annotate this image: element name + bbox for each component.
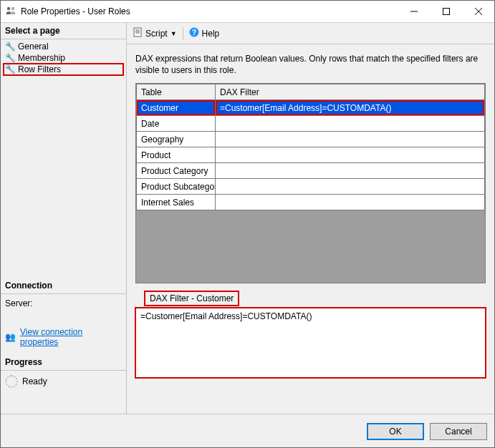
script-icon [133, 27, 143, 39]
col-dax[interactable]: DAX Filter [216, 84, 485, 100]
help-button[interactable]: ? Help [189, 27, 220, 39]
table-row[interactable]: Product Subcategory [137, 179, 485, 195]
help-icon: ? [189, 27, 199, 39]
svg-rect-3 [443, 9, 449, 15]
progress-status: Ready [22, 376, 47, 386]
cell-dax [216, 132, 485, 147]
table-row[interactable]: Product Category [137, 163, 485, 179]
script-label: Script [145, 29, 168, 39]
page-row-filters[interactable]: 🔧 Row Filters [4, 64, 123, 75]
script-button[interactable]: Script ▼ [133, 27, 177, 39]
cell-dax [216, 179, 485, 195]
main-panel: Script ▼ ? Help DAX expressions that ret… [127, 23, 494, 414]
dax-filter-value: =Customer[Email Address]=CUSTOMDATA() [140, 311, 312, 321]
toolbar: Script ▼ ? Help [127, 23, 494, 44]
cell-dax [216, 147, 485, 163]
grid-empty-area [136, 210, 485, 283]
select-page-head: Select a page [1, 23, 126, 39]
sidebar: Select a page 🔧 General 🔧 Membership 🔧 R… [1, 23, 127, 414]
maximize-button[interactable] [430, 1, 462, 22]
cell-dax [216, 195, 485, 210]
chevron-down-icon: ▼ [170, 30, 177, 37]
wrench-icon: 🔧 [5, 42, 15, 52]
page-general[interactable]: 🔧 General [4, 41, 123, 52]
help-label: Help [202, 29, 220, 39]
cell-table: Date [137, 116, 216, 132]
svg-point-1 [11, 6, 14, 9]
wrench-icon: 🔧 [5, 53, 15, 63]
role-icon [5, 5, 16, 19]
cell-table: Product [137, 147, 216, 163]
footer: OK Cancel [1, 414, 494, 448]
col-table[interactable]: Table [137, 84, 216, 100]
ok-button[interactable]: OK [367, 423, 424, 440]
cell-table: Geography [137, 132, 216, 147]
svg-rect-6 [134, 28, 141, 36]
table-row[interactable]: Customer =Customer[Email Address]=CUSTOM… [137, 100, 485, 116]
dax-filter-input[interactable]: =Customer[Email Address]=CUSTOMDATA() [135, 308, 486, 378]
cell-table: Product Subcategory [137, 179, 216, 195]
table-row[interactable]: Product [137, 147, 485, 163]
description-text: DAX expressions that return Boolean valu… [135, 53, 486, 76]
svg-point-0 [7, 6, 10, 9]
titlebar: Role Properties - User Roles [1, 1, 494, 22]
filter-grid: Table DAX Filter Customer =Customer[Emai… [135, 83, 486, 283]
wrench-icon: 🔧 [5, 64, 15, 74]
cell-dax: =Customer[Email Address]=CUSTOMDATA() [216, 100, 485, 116]
page-label: Row Filters [18, 64, 61, 74]
connection-head: Connection [1, 278, 126, 294]
table-row[interactable]: Date [137, 116, 485, 132]
cell-table: Product Category [137, 163, 216, 179]
table-row[interactable]: Internet Sales [137, 195, 485, 210]
connection-icon: 👥 [5, 332, 16, 342]
close-button[interactable] [462, 1, 494, 22]
page-label: Membership [18, 53, 65, 63]
cell-dax [216, 163, 485, 179]
separator [183, 27, 183, 40]
view-connection-link[interactable]: View connection properties [20, 327, 122, 347]
minimize-button[interactable] [398, 1, 430, 22]
cell-dax [216, 116, 485, 132]
page-label: General [18, 42, 49, 52]
page-list: 🔧 General 🔧 Membership 🔧 Row Filters [1, 39, 126, 77]
cancel-button[interactable]: Cancel [430, 423, 487, 440]
server-label: Server: [5, 298, 122, 308]
window-title: Role Properties - User Roles [21, 6, 398, 16]
cell-table: Customer [137, 100, 216, 116]
table-row[interactable]: Geography [137, 132, 485, 147]
svg-text:?: ? [192, 29, 196, 36]
progress-icon [5, 375, 18, 388]
dax-filter-label: DAX Filter - Customer [145, 292, 238, 305]
progress-head: Progress [1, 354, 126, 371]
cell-table: Internet Sales [137, 195, 216, 210]
page-membership[interactable]: 🔧 Membership [4, 52, 123, 64]
